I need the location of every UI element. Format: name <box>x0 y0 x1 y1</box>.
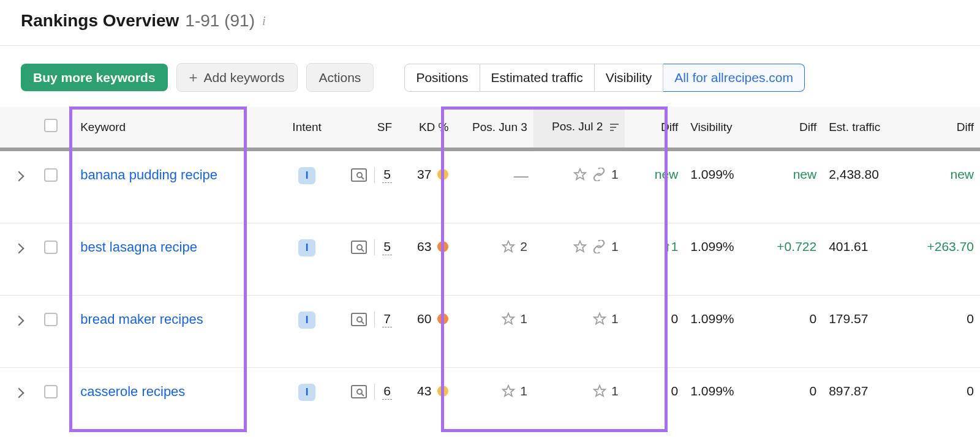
toolbar: Buy more keywords + Add keywords Actions… <box>0 46 980 106</box>
add-keywords-label: Add keywords <box>204 70 285 85</box>
position-value: 1 <box>611 384 619 398</box>
rankings-table-wrap: Keyword Intent SF KD % Pos. Jun 3 Pos. J… <box>0 106 980 437</box>
intent-badge[interactable]: I <box>298 167 315 184</box>
kd-cell: 63 <box>404 239 448 254</box>
svg-rect-2 <box>610 130 614 131</box>
diff-3-value: 0 <box>967 384 974 398</box>
kd-value: 43 <box>417 384 431 398</box>
row-checkbox[interactable] <box>44 241 58 254</box>
pos-jul2-cell: 1 <box>540 167 619 182</box>
traffic-value: 401.61 <box>829 239 868 253</box>
expand-icon[interactable] <box>13 388 24 398</box>
svg-marker-20 <box>503 386 514 396</box>
col-kd[interactable]: KD % <box>398 106 454 149</box>
kd-difficulty-dot <box>437 313 448 324</box>
row-checkbox[interactable] <box>44 313 58 326</box>
svg-marker-6 <box>575 169 586 179</box>
star-icon <box>593 312 606 326</box>
svg-point-18 <box>357 389 362 394</box>
page-title: Rankings Overview <box>21 11 179 31</box>
svg-marker-15 <box>503 313 514 324</box>
buy-keywords-button[interactable]: Buy more keywords <box>21 64 168 91</box>
divider <box>374 239 375 255</box>
visibility-value: 1.099% <box>690 312 734 326</box>
position-value: 1 <box>611 167 619 182</box>
diff-2-value: 0 <box>810 384 817 398</box>
pos-jul2-cell: 1 <box>540 312 619 326</box>
pos-jun3-cell: 1 <box>461 312 527 326</box>
tab-estimated-traffic[interactable]: Estimated traffic <box>480 64 595 92</box>
col-visibility[interactable]: Visibility <box>684 106 760 149</box>
diff-2-value: new <box>793 167 817 181</box>
select-all-checkbox[interactable] <box>44 119 58 132</box>
sf-cell: 5 <box>341 167 392 183</box>
pos-jun3-cell: 1 <box>461 384 527 398</box>
actions-button[interactable]: Actions <box>306 63 374 92</box>
col-diff-1[interactable]: Diff <box>625 106 685 149</box>
expand-icon[interactable] <box>13 316 24 326</box>
keyword-link[interactable]: best lasagna recipe <box>80 239 197 255</box>
svg-rect-7 <box>352 241 366 253</box>
tab-domain-filter[interactable]: All for allrecipes.com <box>663 64 805 92</box>
keyword-link[interactable]: bread maker recipes <box>80 312 203 327</box>
link-icon <box>592 240 606 253</box>
position-value: 1 <box>520 384 527 398</box>
info-icon[interactable]: i <box>262 13 266 29</box>
tab-positions[interactable]: Positions <box>404 64 480 92</box>
diff-2-value: 0 <box>810 312 817 326</box>
view-tabs: Positions Estimated traffic Visibility A… <box>404 64 805 92</box>
position-value: 1 <box>611 239 619 254</box>
table-row: best lasagna recipe I 5 63 2 1 ↑1 <box>0 223 980 296</box>
intent-badge[interactable]: I <box>298 312 315 329</box>
col-intent[interactable]: Intent <box>279 106 335 149</box>
row-checkbox[interactable] <box>44 385 58 398</box>
col-keyword[interactable]: Keyword <box>74 106 279 149</box>
keyword-link[interactable]: casserole recipes <box>80 384 185 399</box>
diff-1-value: ↑1 <box>665 239 678 253</box>
expand-icon[interactable] <box>13 244 24 254</box>
intent-badge[interactable]: I <box>298 239 315 256</box>
svg-rect-12 <box>352 313 366 326</box>
diff-1-value: new <box>655 167 679 181</box>
col-pos-jun3[interactable]: Pos. Jun 3 <box>454 106 533 149</box>
svg-marker-16 <box>594 313 605 324</box>
serp-features-icon[interactable] <box>351 168 367 182</box>
kd-value: 37 <box>417 167 431 182</box>
serp-features-icon[interactable] <box>351 313 367 326</box>
star-icon <box>593 384 606 398</box>
sf-count[interactable]: 7 <box>382 312 392 327</box>
visibility-value: 1.099% <box>690 384 734 398</box>
sf-count[interactable]: 6 <box>382 384 392 400</box>
sf-count[interactable]: 5 <box>382 239 392 255</box>
table-row: banana pudding recipe I 5 37 — 1 new <box>0 149 980 223</box>
sort-icon <box>610 121 619 134</box>
col-traffic[interactable]: Est. traffic <box>823 106 911 149</box>
row-checkbox[interactable] <box>44 168 58 182</box>
col-pos-jul2[interactable]: Pos. Jul 2 <box>533 106 625 149</box>
diff-3-value: new <box>950 167 974 181</box>
pos-jun3-cell: 2 <box>461 239 527 254</box>
svg-rect-3 <box>352 169 366 181</box>
serp-features-icon[interactable] <box>351 385 367 398</box>
col-diff-2[interactable]: Diff <box>760 106 823 149</box>
position-value: 1 <box>520 312 527 326</box>
tab-visibility[interactable]: Visibility <box>595 64 663 92</box>
add-keywords-button[interactable]: + Add keywords <box>176 63 298 92</box>
col-sf[interactable]: SF <box>335 106 398 149</box>
sf-count[interactable]: 5 <box>382 167 392 183</box>
diff-3-value: +263.70 <box>927 239 974 253</box>
visibility-value: 1.099% <box>690 167 734 181</box>
diff-3-value: 0 <box>967 312 974 326</box>
svg-marker-21 <box>594 386 605 396</box>
link-icon <box>592 168 606 181</box>
kd-cell: 43 <box>404 384 448 398</box>
svg-marker-10 <box>503 241 514 252</box>
intent-badge[interactable]: I <box>298 384 315 401</box>
sf-cell: 7 <box>341 312 392 327</box>
col-diff-3[interactable]: Diff <box>911 106 980 149</box>
keyword-link[interactable]: banana pudding recipe <box>80 167 217 182</box>
diff-1-value: 0 <box>671 384 679 398</box>
svg-line-5 <box>361 177 364 179</box>
expand-icon[interactable] <box>13 171 24 182</box>
serp-features-icon[interactable] <box>351 241 367 254</box>
